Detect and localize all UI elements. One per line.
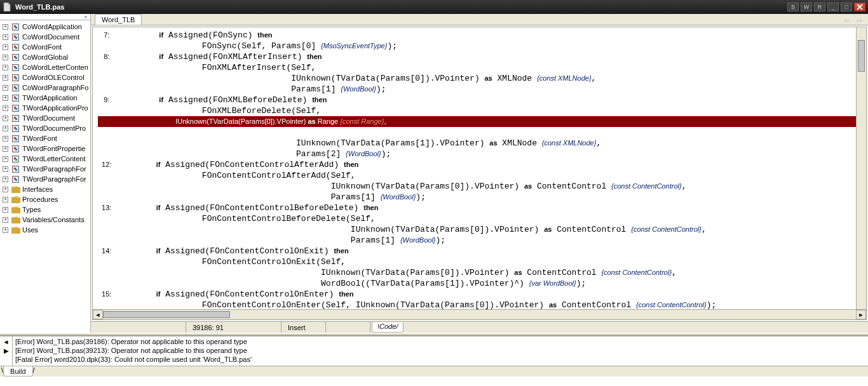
nav-back-icon[interactable]: ⇦ <box>841 16 851 25</box>
tree-item-tworddocument[interactable]: +TWordDocument <box>0 113 90 123</box>
tree-item-twordapplication[interactable]: +TWordApplication <box>0 93 90 103</box>
class-icon <box>11 73 20 82</box>
class-icon <box>11 32 20 41</box>
expand-icon[interactable]: + <box>3 187 8 192</box>
expand-icon[interactable]: + <box>3 95 8 101</box>
message-list[interactable]: [Error] Word_TLB.pas(39186): Operator no… <box>13 336 868 366</box>
message-line[interactable]: [Fatal Error] word2010.dpk(33): Could no… <box>15 356 865 364</box>
panel-close-icon[interactable]: × <box>83 15 89 20</box>
expand-icon[interactable]: + <box>3 227 8 233</box>
expand-icon[interactable]: + <box>3 166 8 172</box>
folder-icon <box>11 225 20 234</box>
tree-item-twordparagraphfor[interactable]: +TWordParagraphFor <box>0 164 90 174</box>
folder-icon <box>11 205 20 214</box>
scroll-right-icon[interactable]: ► <box>856 310 866 319</box>
expand-icon[interactable]: + <box>3 105 8 111</box>
expand-icon[interactable]: + <box>3 85 8 91</box>
tree-label: CoWordGlobal <box>22 53 68 61</box>
class-icon <box>11 144 20 153</box>
tree-item-cowordglobal[interactable]: +CoWordGlobal <box>0 52 90 62</box>
w-button[interactable]: W <box>801 3 812 11</box>
folder-icon <box>11 195 20 204</box>
tree-item-twordapplicationpro[interactable]: +TWordApplicationPro <box>0 103 90 113</box>
tree-item-twordfontpropertie[interactable]: +TWordFontPropertie <box>0 143 90 154</box>
expand-icon[interactable]: + <box>3 197 8 203</box>
class-icon <box>11 43 20 51</box>
status-spacer <box>91 322 186 333</box>
folder-icon <box>11 215 20 224</box>
tree-item-twordlettercontent[interactable]: +TWordLetterContent <box>0 154 90 164</box>
tree-item-interfaces[interactable]: +Interfaces <box>0 184 90 194</box>
build-tab[interactable]: Build <box>3 366 32 376</box>
cursor-position: 39186: 91 <box>186 322 281 333</box>
expand-icon[interactable]: + <box>3 65 8 70</box>
close-button[interactable] <box>854 3 865 11</box>
titlebar: Word_TLB.pas S W R _ □ <box>0 0 868 14</box>
class-icon <box>11 124 20 133</box>
horizontal-scrollbar[interactable]: ◄ ► <box>93 309 866 319</box>
tree-item-twordparagraphfor[interactable]: +TWordParagraphFor <box>0 174 90 184</box>
class-icon <box>11 103 20 112</box>
tree-item-cowordapplication[interactable]: +CoWordApplication <box>0 22 90 32</box>
class-icon <box>11 164 20 173</box>
tree-label: TWordLetterContent <box>22 155 85 163</box>
class-icon <box>11 175 20 183</box>
tree-item-tworddocumentpro[interactable]: +TWordDocumentPro <box>0 123 90 133</box>
expand-icon[interactable]: + <box>3 207 8 213</box>
message-line[interactable]: [Error] Word_TLB.pas(39186): Operator no… <box>15 338 865 347</box>
tree-label: CoWordApplication <box>22 23 82 30</box>
class-icon <box>11 134 20 143</box>
tree-label: TWordApplication <box>22 94 78 102</box>
expand-icon[interactable]: + <box>3 34 8 40</box>
vertical-scrollbar[interactable] <box>856 27 866 309</box>
tree-item-cowordolecontrol[interactable]: +CoWordOLEControl <box>0 72 90 83</box>
tree-label: Interfaces <box>22 185 53 193</box>
s-button[interactable]: S <box>787 3 799 11</box>
tree-label: Variables/Constants <box>22 216 85 223</box>
msg-play-icon[interactable]: ▶ <box>3 347 10 354</box>
class-icon <box>11 53 20 62</box>
view-code-tab[interactable]: \Code/ <box>372 323 403 333</box>
msg-collapse-icon[interactable]: ◄ <box>3 338 10 345</box>
expand-icon[interactable]: + <box>3 55 8 60</box>
tree-item-types[interactable]: +Types <box>0 204 90 215</box>
status-spacer2 <box>326 322 370 333</box>
tree-item-cowordparagraphfo[interactable]: +CoWordParagraphFo <box>0 83 90 93</box>
expand-icon[interactable]: + <box>3 24 8 30</box>
code-explorer-panel: × +CoWordApplication+CoWordDocument+CoWo… <box>0 14 91 333</box>
tree-item-coworddocument[interactable]: +CoWordDocument <box>0 32 90 42</box>
code-editor[interactable]: 7: if Assigned(FOnSync) then FOnSync(Sel… <box>93 27 866 309</box>
expand-icon[interactable]: + <box>3 116 8 121</box>
scroll-left-icon[interactable]: ◄ <box>93 310 103 319</box>
expand-icon[interactable]: + <box>3 44 8 50</box>
expand-icon[interactable]: + <box>3 217 8 223</box>
tree-label: CoWordDocument <box>22 33 79 41</box>
tree-label: TWordParagraphFor <box>22 175 86 183</box>
window-title: Word_TLB.pas <box>15 3 787 11</box>
tree-item-twordfont[interactable]: +TWordFont <box>0 133 90 143</box>
nav-fwd-icon[interactable]: ⇨ <box>854 16 864 25</box>
tree-item-variables-constants[interactable]: +Variables/Constants <box>0 215 90 225</box>
tree-item-cowordfont[interactable]: +CoWordFont <box>0 42 90 52</box>
expand-icon[interactable]: + <box>3 136 8 142</box>
r-button[interactable]: R <box>814 3 825 11</box>
expand-icon[interactable]: + <box>3 126 8 131</box>
status-bar: 39186: 91 Insert \Code/ <box>91 321 868 333</box>
tree-item-cowordletterconten[interactable]: +CoWordLetterConten <box>0 62 90 72</box>
tree-item-procedures[interactable]: +Procedures <box>0 194 90 204</box>
maximize-button[interactable]: □ <box>841 3 852 11</box>
message-line[interactable]: [Error] Word_TLB.pas(39213): Operator no… <box>15 347 865 356</box>
expand-icon[interactable]: + <box>3 156 8 162</box>
expand-icon[interactable]: + <box>3 176 8 182</box>
class-tree[interactable]: +CoWordApplication+CoWordDocument+CoWord… <box>0 20 90 333</box>
tree-label: TWordDocumentPro <box>22 124 86 132</box>
folder-icon <box>11 185 20 194</box>
minimize-button[interactable]: _ <box>827 3 839 11</box>
tree-item-uses[interactable]: +Uses <box>0 225 90 235</box>
tree-label: TWordFont <box>22 135 57 142</box>
expand-icon[interactable]: + <box>3 75 8 81</box>
tree-label: CoWordOLEControl <box>22 74 85 81</box>
edit-mode: Insert <box>281 322 326 333</box>
tab-word-tlb[interactable]: Word_TLB <box>95 14 142 25</box>
expand-icon[interactable]: + <box>3 146 8 152</box>
